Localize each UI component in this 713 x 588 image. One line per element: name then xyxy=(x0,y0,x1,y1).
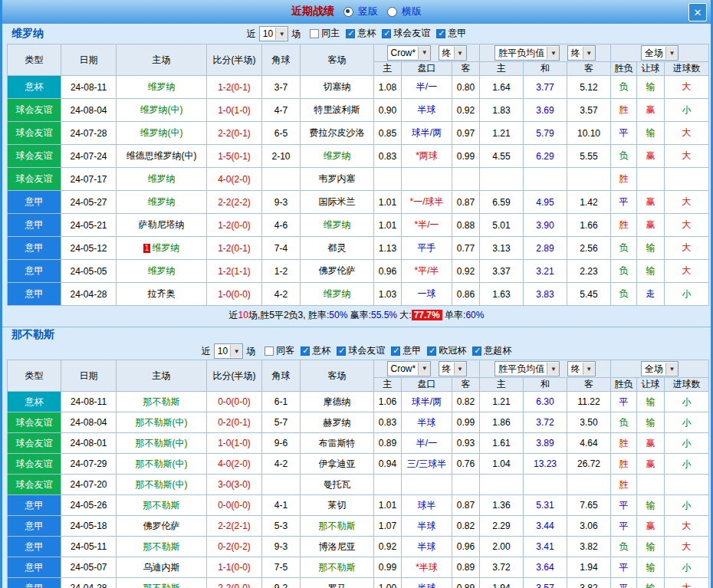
cell: 24-05-12 xyxy=(61,237,117,260)
col-header-home: 主场 xyxy=(117,360,207,392)
cell: 维罗纳 xyxy=(117,260,207,283)
cell: 1.42 xyxy=(567,191,611,214)
games-label: 场 xyxy=(246,345,255,358)
cell xyxy=(524,168,567,191)
near-label: 近 xyxy=(247,28,256,41)
cell: 意甲 xyxy=(8,283,61,306)
scope-select-group: 全场 ▼ xyxy=(611,44,709,62)
napoli-section-header: 那不勒斯 xyxy=(7,327,706,343)
col-header-lose: 客 xyxy=(567,62,611,76)
cell: 意甲 xyxy=(8,495,61,516)
col-header-date: 日期 xyxy=(61,44,117,76)
close-button[interactable]: ✕ xyxy=(688,3,707,21)
cell: 0.82 xyxy=(452,392,480,412)
checkbox-icon[interactable] xyxy=(346,29,355,38)
checkbox-icon[interactable] xyxy=(472,347,481,356)
match-count-select[interactable]: 10 ▼ xyxy=(214,343,243,359)
filter-checkbox[interactable]: 球会友谊 xyxy=(382,27,430,40)
cell: 0.90 xyxy=(374,99,402,122)
cell: 9-3 xyxy=(262,191,301,214)
cell: 24-05-27 xyxy=(61,191,117,214)
cell: 那不勒斯 xyxy=(117,495,207,516)
cell: 3.57 xyxy=(567,99,611,122)
wdl-final-select[interactable]: 终 ▼ xyxy=(567,361,596,376)
cell: 24-07-17 xyxy=(61,168,117,191)
col-header-win: 主 xyxy=(480,62,524,76)
checkbox-icon[interactable] xyxy=(310,29,319,38)
filter-checkbox[interactable]: 欧冠杯 xyxy=(427,344,466,357)
checkbox-label: 球会友谊 xyxy=(348,344,385,357)
cell xyxy=(452,168,480,191)
cell: 1.01 xyxy=(374,191,402,214)
cell: 5.01 xyxy=(480,214,524,237)
checkbox-icon[interactable] xyxy=(382,29,391,38)
layout-label-vertical[interactable]: 竖版 xyxy=(358,5,378,18)
cell xyxy=(480,475,524,495)
match-row: 意甲24-04-28拉齐奥1-0(0-0)4-2维罗纳1.03一球0.861.6… xyxy=(8,283,709,306)
odds-company-select[interactable]: Crow* ▼ xyxy=(387,361,432,376)
cell xyxy=(665,475,709,495)
checkbox-icon[interactable] xyxy=(264,347,274,356)
filter-checkbox[interactable]: 意甲 xyxy=(391,344,421,357)
cell: 1.21 xyxy=(480,392,524,412)
checkbox-icon[interactable] xyxy=(436,29,445,38)
checkbox-icon[interactable] xyxy=(301,347,310,356)
cell: 输 xyxy=(637,412,665,433)
filter-checkbox[interactable]: 同客 xyxy=(264,344,294,357)
cell: 9-2 xyxy=(262,578,301,588)
checkbox-icon[interactable] xyxy=(337,347,346,356)
cell: 伊拿迪亚 xyxy=(301,454,374,475)
checkbox-label: 同客 xyxy=(276,344,294,357)
match-count-select[interactable]: 10 ▼ xyxy=(259,26,288,41)
layout-radio-vertical[interactable] xyxy=(343,7,353,17)
col-header-score: 比分(半场) xyxy=(207,360,262,392)
cell: 24-07-20 xyxy=(61,475,117,495)
checkbox-icon[interactable] xyxy=(391,347,400,356)
wdl-average-select[interactable]: 胜平负均值 ▼ xyxy=(495,361,560,376)
wdl-average-select[interactable]: 胜平负均值 ▼ xyxy=(495,45,560,61)
cell: 1.66 xyxy=(567,214,611,237)
summary-segment: 大: xyxy=(397,310,412,320)
titlebar: 近期战绩 竖版 横版 ✕ xyxy=(2,0,711,24)
scope-select[interactable]: 全场 ▼ xyxy=(641,45,678,61)
recent-results-window: 近期战绩 竖版 横版 ✕ 维罗纳 近 10 ▼ 场 同主意杯球会友谊意甲 xyxy=(0,0,713,588)
cell: 大 xyxy=(665,260,709,283)
odds-final-select[interactable]: 终 ▼ xyxy=(439,361,467,376)
section-napoli: 那不勒斯 近 10 ▼ 场 同客意杯球会友谊意甲欧冠杯意超杯 xyxy=(2,327,711,588)
cell: 1.03 xyxy=(374,283,402,306)
cell: 球半 xyxy=(402,495,452,516)
cell: 0.88 xyxy=(452,214,480,237)
cell: 0.97 xyxy=(452,122,480,145)
cell: 7-5 xyxy=(262,557,301,578)
cell: 24-04-28 xyxy=(61,283,117,306)
cell: 0-0(0-0) xyxy=(207,392,262,412)
col-header-home: 主场 xyxy=(117,44,207,76)
cell: 4-0(2-0) xyxy=(207,168,262,191)
odds-company-select[interactable]: Crow* ▼ xyxy=(387,45,432,61)
layout-radio-horizontal[interactable] xyxy=(387,7,397,17)
summary-segment: 60% xyxy=(465,310,484,320)
cell: 意甲 xyxy=(8,557,61,578)
cell: 2.29 xyxy=(480,516,524,537)
cell xyxy=(402,475,452,495)
scope-select[interactable]: 全场 ▼ xyxy=(641,361,678,376)
cell: 大 xyxy=(665,214,709,237)
cell: 0.77 xyxy=(452,237,480,260)
odds-final-select[interactable]: 终 ▼ xyxy=(439,45,467,61)
checkbox-icon[interactable] xyxy=(427,347,436,356)
cell: 3.90 xyxy=(524,214,567,237)
filter-checkbox[interactable]: 意杯 xyxy=(346,27,376,40)
filter-checkbox[interactable]: 同主 xyxy=(310,27,340,40)
layout-label-horizontal[interactable]: 横版 xyxy=(402,5,422,18)
filter-checkbox[interactable]: 意杯 xyxy=(301,344,330,357)
filter-checkbox[interactable]: 意甲 xyxy=(436,27,466,40)
page-title: 近期战绩 xyxy=(291,5,334,18)
cell: 3.82 xyxy=(567,578,611,588)
odds-select-group: Crow* ▼ 终 ▼ xyxy=(374,44,480,62)
wdl-final-select[interactable]: 终 ▼ xyxy=(567,45,596,61)
summary-segment: 近 xyxy=(229,310,238,320)
cell: 平 xyxy=(611,392,637,412)
cell: 赢 xyxy=(637,516,665,537)
filter-checkbox[interactable]: 球会友谊 xyxy=(337,344,385,357)
filter-checkbox[interactable]: 意超杯 xyxy=(472,344,511,357)
